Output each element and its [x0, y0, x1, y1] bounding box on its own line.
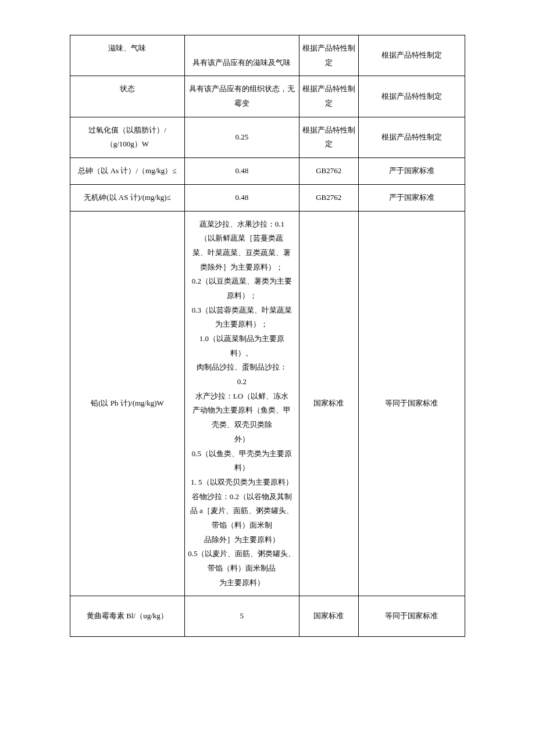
table-row: 无机砷(以 AS 计)/(mg/kg)≤ 0.48 GB2762 严于国家标准 — [70, 184, 465, 211]
cell-remark: 严于国家标准 — [358, 184, 465, 211]
value-line: 0.2 — [187, 375, 297, 389]
cell-remark: 等同于国家标准 — [358, 211, 465, 596]
value-line: 带馅（料）面米制品 — [187, 561, 297, 576]
cell-remark: 等同于国家标准 — [358, 596, 465, 637]
cell-remark: 根据产品特性制定 — [358, 76, 465, 117]
cell-basis: GB2762 — [299, 184, 358, 211]
cell-name: 总砷（以 As 计）/（mg/kg）≤ — [70, 158, 185, 185]
cell-basis: 国家标准 — [299, 211, 358, 596]
table-row: 总砷（以 As 计）/（mg/kg）≤ 0.48 GB2762 严于国家标准 — [70, 158, 465, 185]
value-line: 菜、叶菜蔬菜、豆类蔬菜、薯 — [187, 246, 297, 260]
value-line: 1.0（以蔬菜制品为主要原 — [187, 332, 297, 346]
cell-basis: 根据产品特性制定 — [299, 35, 358, 76]
cell-basis: 根据产品特性制定 — [299, 117, 358, 157]
value-line: 蔬菜沙拉、水果沙拉：0.1 — [187, 217, 297, 232]
cell-name: 滋味、气味 — [70, 35, 185, 76]
value-line: 料） — [187, 461, 297, 475]
cell-remark: 根据产品特性制定 — [358, 35, 465, 76]
value-line: 肉制品沙拉、蛋制品沙拉： — [187, 360, 297, 375]
value-line: 谷物沙拉：0.2（以谷物及其制 — [187, 490, 297, 504]
value-line: 原料）； — [187, 289, 297, 303]
value-line: 1. 5（以双壳贝类为主要原料） — [187, 475, 297, 490]
cell-name: 黄曲霉毒素 Bl/（ug/kg） — [70, 596, 185, 637]
cell-name: 过氧化值（以脂肪计）/（g/100g）W — [70, 117, 185, 157]
value-line: 0.3（以芸蓉类蔬菜、叶菜蔬菜 — [187, 303, 297, 318]
table-row: 黄曲霉毒素 Bl/（ug/kg） 5 国家标准 等同于国家标准 — [70, 596, 465, 637]
table-row: 过氧化值（以脂肪计）/（g/100g）W 0.25 根据产品特性制定 根据产品特… — [70, 117, 465, 157]
value-line: 品除外］为主要原料） — [187, 533, 297, 547]
value-line: 为主要原料）； — [187, 317, 297, 332]
standards-table: 滋味、气味 具有该产品应有的滋味及气味 根据产品特性制定 根据产品特性制定 状态… — [70, 35, 465, 637]
table-row: 铅(以 Pb 计)/(mg/kg)W 蔬菜沙拉、水果沙拉：0.1（以新鲜蔬菜［芸… — [70, 211, 465, 596]
value-line: 水产沙拉：LO（以鲜、冻水 — [187, 389, 297, 404]
value-line: 产动物为主要原料（鱼类、甲 — [187, 403, 297, 418]
cell-remark: 根据产品特性制定 — [358, 117, 465, 157]
cell-value: 5 — [184, 596, 299, 637]
value-line: 0.2（以豆类蔬菜、薯类为主要 — [187, 274, 297, 289]
cell-name: 状态 — [70, 76, 185, 117]
cell-basis: 国家标准 — [299, 596, 358, 637]
value-line: 0.5（以鱼类、甲壳类为主要原 — [187, 447, 297, 461]
value-line: 壳类、双壳贝类除 — [187, 418, 297, 432]
value-line: 类除外］为主要原料）； — [187, 260, 297, 275]
value-line: 料）。 — [187, 346, 297, 361]
value-line: 带馅（料）面米制 — [187, 518, 297, 533]
value-line: （以新鲜蔬菜［芸蔓类蔬 — [187, 231, 297, 246]
cell-remark: 严于国家标准 — [358, 158, 465, 185]
cell-name: 无机砷(以 AS 计)/(mg/kg)≤ — [70, 184, 185, 211]
cell-value: 具有该产品应有的滋味及气味 — [184, 35, 299, 76]
cell-value: 0.48 — [184, 158, 299, 185]
value-line: 品 a［麦片、面筋、粥类罐头、 — [187, 504, 297, 518]
cell-value: 0.48 — [184, 184, 299, 211]
cell-basis: 根据产品特性制定 — [299, 76, 358, 117]
value-line: 0.5（以麦片、面筋、粥类罐头、 — [187, 547, 297, 561]
cell-basis: GB2762 — [299, 158, 358, 185]
cell-value: 0.25 — [184, 117, 299, 157]
table-row: 滋味、气味 具有该产品应有的滋味及气味 根据产品特性制定 根据产品特性制定 — [70, 35, 465, 76]
cell-value: 蔬菜沙拉、水果沙拉：0.1（以新鲜蔬菜［芸蔓类蔬菜、叶菜蔬菜、豆类蔬菜、薯类除外… — [184, 211, 299, 596]
value-line: 外） — [187, 432, 297, 447]
cell-value: 具有该产品应有的组织状态，无霉变 — [184, 76, 299, 117]
table-row: 状态 具有该产品应有的组织状态，无霉变 根据产品特性制定 根据产品特性制定 — [70, 76, 465, 117]
cell-name: 铅(以 Pb 计)/(mg/kg)W — [70, 211, 185, 596]
value-line: 为主要原料） — [187, 576, 297, 590]
